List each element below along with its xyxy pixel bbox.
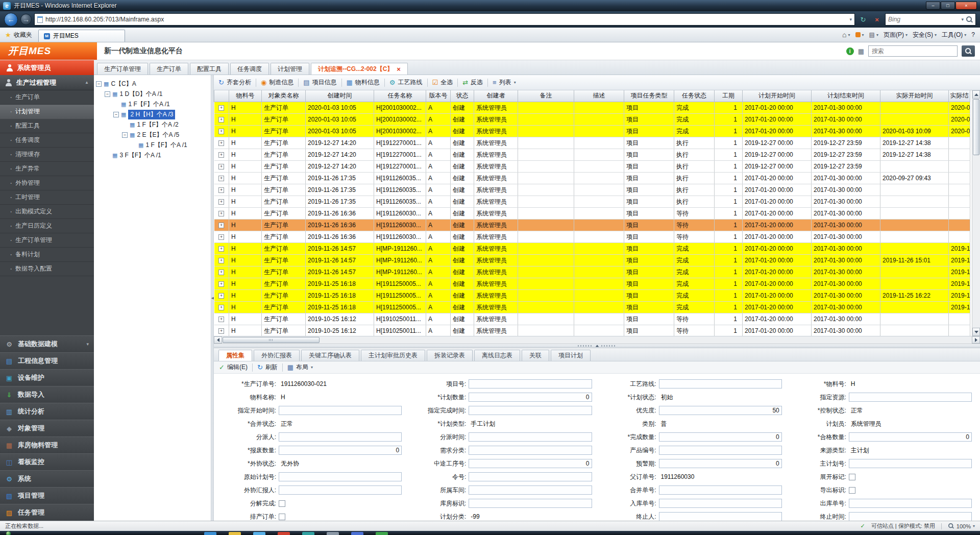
print-button[interactable]: ▤▾ — [869, 31, 878, 38]
toolbar-button[interactable]: ≡列表▾ — [493, 78, 516, 87]
scrollbar-track[interactable] — [320, 336, 972, 344]
sidebar-module[interactable]: ▧项目管理 — [0, 487, 94, 504]
document-tab[interactable]: 任务调度 — [230, 63, 269, 75]
field-input[interactable] — [279, 406, 402, 415]
detail-tab[interactable]: 拆装记录表 — [427, 350, 473, 361]
field-input[interactable] — [279, 432, 402, 442]
taskbar-icon[interactable] — [204, 532, 216, 535]
column-header[interactable]: 描述 — [574, 90, 624, 102]
checkbox[interactable] — [279, 514, 285, 520]
toolbar-button[interactable]: ✓编辑(E) — [219, 363, 248, 372]
sidebar-item[interactable]: ·生产订单管理 — [0, 233, 94, 248]
scroll-right-button[interactable] — [972, 336, 980, 344]
close-icon[interactable]: × — [397, 66, 401, 72]
sidebar-module[interactable]: ⇓数据导入 — [0, 386, 94, 403]
field-input[interactable] — [659, 512, 782, 521]
expand-icon[interactable]: + — [218, 305, 224, 310]
chevron-down-icon[interactable]: ▾ — [961, 17, 964, 22]
panel-splitter[interactable] — [214, 344, 980, 348]
detail-tab[interactable]: 主计划审批历史表 — [361, 350, 425, 361]
taskbar-icon[interactable] — [253, 532, 265, 535]
column-header[interactable]: 任务状态 — [674, 90, 715, 102]
table-row[interactable]: +H生产订单2020-01-03 10:05H[2001030002...A创建… — [214, 102, 970, 113]
table-row[interactable]: +H生产订单2019-11-25 16:18H[1911250005...A创建… — [214, 278, 970, 289]
scroll-up-button[interactable] — [972, 90, 980, 99]
expand-icon[interactable]: + — [218, 117, 224, 123]
tree-node[interactable]: ▦1 F【F】个A /1 — [94, 140, 211, 150]
expand-icon[interactable]: + — [218, 258, 224, 263]
refresh-button[interactable]: ↻ — [857, 14, 869, 25]
sidebar-item[interactable]: ·生产日历定义 — [0, 219, 94, 233]
table-row[interactable]: +H生产订单2019-11-25 16:18H[1911250005...A创建… — [214, 301, 970, 313]
table-row[interactable]: +H生产订单2019-11-25 16:18H[1911250005...A创建… — [214, 289, 970, 301]
browser-tab[interactable]: M 开目MES — [38, 30, 125, 42]
field-input[interactable] — [469, 406, 592, 415]
table-row[interactable]: +H生产订单2019-12-27 14:20H[1912270001...A创建… — [214, 160, 970, 172]
table-row[interactable]: +H生产订单2019-11-26 17:35H[1911260035...A创建… — [214, 172, 970, 184]
expand-icon[interactable]: + — [218, 234, 224, 240]
field-input[interactable] — [659, 485, 782, 495]
column-header[interactable]: 计划结束时间 — [812, 90, 880, 102]
detail-tab[interactable]: 属性集 — [218, 350, 252, 361]
app-search-input[interactable] — [868, 45, 958, 57]
sidebar-item[interactable]: ·计划管理 — [0, 105, 94, 119]
scrollbar-thumb[interactable] — [973, 99, 979, 155]
field-input[interactable]: 0 — [849, 432, 972, 442]
expand-icon[interactable]: + — [218, 293, 224, 299]
sidebar-item[interactable]: ·任务调度 — [0, 133, 94, 148]
field-input[interactable]: 0 — [279, 446, 402, 455]
expand-icon[interactable]: + — [218, 199, 224, 205]
maximize-button[interactable]: □ — [941, 2, 955, 10]
vertical-scrollbar[interactable] — [972, 90, 980, 336]
sidebar-item[interactable]: ·配置工具 — [0, 119, 94, 133]
taskbar-icon[interactable] — [376, 532, 388, 535]
tree-toggle-icon[interactable]: − — [113, 112, 119, 117]
tree-toggle-icon[interactable]: − — [96, 81, 102, 87]
field-input[interactable]: 0 — [469, 459, 592, 468]
tree-node[interactable]: ▦3 F【F】个A /1 — [94, 150, 211, 160]
field-input[interactable] — [279, 485, 402, 495]
field-input[interactable] — [659, 446, 782, 455]
sidebar-module[interactable]: ▦库房物料管理 — [0, 436, 94, 453]
detail-tab[interactable]: 项目计划 — [551, 350, 591, 361]
toolbar-button[interactable]: ◉制造信息 — [261, 78, 293, 87]
table-row[interactable]: +H生产订单2019-11-26 17:35H[1911260035...A创建… — [214, 184, 970, 196]
table-row[interactable]: +H生产订单2019-11-26 14:57H[MP-1911260...A创建… — [214, 254, 970, 266]
taskbar-icon[interactable] — [302, 532, 314, 535]
back-button[interactable]: ← — [4, 13, 18, 27]
expand-icon[interactable]: + — [218, 105, 224, 111]
stop-button[interactable]: × — [871, 14, 883, 25]
scroll-down-button[interactable] — [972, 328, 980, 336]
sidebar-module[interactable]: ◆对象管理 — [0, 420, 94, 436]
field-input[interactable]: 0 — [659, 459, 782, 468]
sidebar-item[interactable]: ·数据导入配置 — [0, 262, 94, 276]
toolbar-button[interactable]: ⚙工艺路线 — [389, 78, 423, 87]
document-tab[interactable]: 计划追溯--CG...2-002【C】× — [311, 63, 408, 75]
tools-menu[interactable]: 工具(O)▾ — [942, 31, 966, 39]
field-input[interactable]: 0 — [469, 393, 592, 402]
field-input[interactable] — [659, 499, 782, 508]
detail-tab[interactable]: 离线日志表 — [474, 350, 520, 361]
url-box[interactable]: ▾ — [34, 13, 855, 26]
expand-icon[interactable]: + — [218, 281, 224, 287]
document-tab[interactable]: 计划管理 — [271, 63, 309, 75]
table-row[interactable]: +H生产订单2019-11-26 14:57H[MP-1911260...A创建… — [214, 242, 970, 254]
document-tab[interactable]: 生产订单 — [150, 63, 188, 75]
table-row[interactable]: +H生产订单2019-10-25 16:12H[1910250011...A创建… — [214, 313, 970, 325]
table-row[interactable]: +H生产订单2019-11-26 16:36H[1911260030...A创建… — [214, 231, 970, 242]
field-input[interactable] — [849, 512, 972, 521]
expand-icon[interactable]: + — [218, 211, 224, 216]
help-button[interactable]: ? — [971, 31, 975, 38]
column-header[interactable]: 物料号 — [229, 90, 262, 102]
search-icon[interactable] — [966, 16, 973, 23]
sidebar-item[interactable]: ·生产异常 — [0, 162, 94, 176]
expand-icon[interactable]: + — [218, 187, 224, 193]
scroll-left-button[interactable] — [214, 336, 222, 344]
toolbar-button[interactable]: ↻刷新 — [257, 363, 278, 372]
detail-tab[interactable]: 关键工序确认表 — [301, 350, 359, 361]
field-input[interactable]: 0 — [659, 432, 782, 442]
checkbox[interactable] — [849, 474, 855, 480]
taskbar-icon[interactable] — [278, 532, 290, 535]
table-row[interactable]: +H生产订单2019-10-25 16:12H[1910250011...A创建… — [214, 325, 970, 336]
column-header[interactable]: 实际开始时间 — [880, 90, 949, 102]
